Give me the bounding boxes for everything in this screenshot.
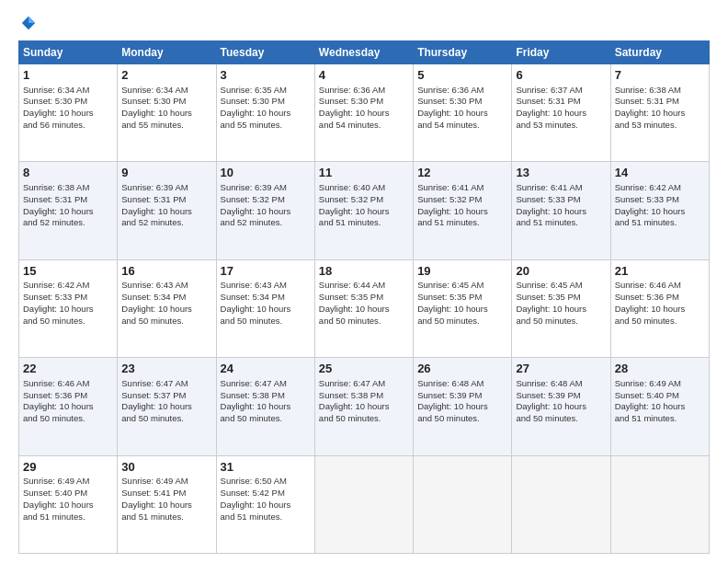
table-row (314, 455, 413, 553)
day-info: Sunrise: 6:43 AM (121, 280, 211, 292)
day-info: Sunrise: 6:48 AM (417, 378, 507, 390)
day-info: Sunset: 5:36 PM (23, 390, 113, 402)
col-monday: Monday (118, 41, 216, 64)
day-info: Daylight: 10 hours (319, 206, 409, 218)
day-info: Sunrise: 6:37 AM (516, 85, 606, 97)
day-info: and 51 minutes. (615, 413, 705, 425)
day-info: Sunrise: 6:36 AM (417, 85, 507, 97)
day-info: and 50 minutes. (417, 413, 507, 425)
day-info: Daylight: 10 hours (23, 500, 113, 511)
col-sunday: Sunday (19, 41, 118, 64)
table-row: 23Sunrise: 6:47 AMSunset: 5:37 PMDayligh… (118, 358, 216, 455)
day-info: Sunrise: 6:47 AM (221, 378, 311, 390)
header (18, 15, 710, 31)
day-info: and 50 minutes. (516, 316, 606, 327)
col-wednesday: Wednesday (314, 41, 413, 64)
day-number: 17 (221, 263, 311, 280)
day-info: Sunrise: 6:46 AM (23, 378, 113, 390)
day-info: Sunset: 5:31 PM (23, 194, 113, 206)
day-info: Sunset: 5:30 PM (23, 96, 113, 108)
day-number: 14 (615, 165, 705, 181)
day-info: and 50 minutes. (221, 316, 311, 327)
table-row: 8Sunrise: 6:38 AMSunset: 5:31 PMDaylight… (19, 162, 118, 259)
day-info: Sunset: 5:33 PM (23, 292, 113, 304)
day-number: 20 (516, 263, 606, 280)
day-info: Sunrise: 6:42 AM (23, 280, 113, 292)
day-number: 31 (221, 459, 311, 476)
day-info: and 50 minutes. (221, 413, 311, 425)
day-info: Daylight: 10 hours (516, 108, 606, 120)
day-info: Sunset: 5:33 PM (615, 194, 705, 206)
day-info: Sunrise: 6:47 AM (319, 378, 409, 390)
day-number: 7 (615, 67, 705, 84)
day-info: Daylight: 10 hours (23, 401, 113, 413)
day-info: Sunrise: 6:47 AM (121, 378, 211, 390)
logo-text (18, 15, 37, 31)
day-info: Sunset: 5:32 PM (319, 194, 409, 206)
day-info: and 51 minutes. (615, 217, 705, 229)
table-row: 10Sunrise: 6:39 AMSunset: 5:32 PMDayligh… (216, 162, 314, 259)
day-number: 10 (221, 165, 311, 181)
day-info: and 55 minutes. (121, 120, 211, 132)
day-number: 12 (417, 165, 507, 181)
day-number: 19 (417, 263, 507, 280)
day-info: Sunrise: 6:38 AM (615, 85, 705, 97)
day-info: Sunrise: 6:45 AM (516, 280, 606, 292)
day-info: Sunrise: 6:38 AM (23, 182, 113, 194)
day-number: 23 (121, 361, 211, 377)
day-info: and 53 minutes. (615, 120, 705, 132)
day-info: Sunrise: 6:42 AM (615, 182, 705, 194)
day-info: and 52 minutes. (221, 217, 311, 229)
day-info: Daylight: 10 hours (615, 304, 705, 316)
day-number: 13 (516, 165, 606, 181)
day-number: 28 (615, 361, 705, 377)
table-row: 18Sunrise: 6:44 AMSunset: 5:35 PMDayligh… (314, 259, 413, 357)
day-info: Sunrise: 6:35 AM (221, 85, 311, 97)
day-info: and 56 minutes. (23, 120, 113, 132)
day-info: Sunset: 5:37 PM (121, 390, 211, 402)
day-info: Sunset: 5:32 PM (417, 194, 507, 206)
day-number: 18 (319, 263, 409, 280)
day-info: Sunrise: 6:36 AM (319, 85, 409, 97)
table-row: 15Sunrise: 6:42 AMSunset: 5:33 PMDayligh… (19, 259, 118, 357)
table-row: 28Sunrise: 6:49 AMSunset: 5:40 PMDayligh… (610, 358, 709, 455)
day-info: Sunrise: 6:41 AM (417, 182, 507, 194)
day-info: and 51 minutes. (121, 511, 211, 523)
day-info: Sunset: 5:30 PM (417, 96, 507, 108)
day-info: Sunset: 5:31 PM (516, 96, 606, 108)
day-info: Sunset: 5:35 PM (417, 292, 507, 304)
day-info: Sunrise: 6:49 AM (23, 476, 113, 488)
day-info: Daylight: 10 hours (121, 500, 211, 511)
day-info: and 50 minutes. (615, 316, 705, 327)
table-row: 9Sunrise: 6:39 AMSunset: 5:31 PMDaylight… (118, 162, 216, 259)
day-info: Sunrise: 6:40 AM (319, 182, 409, 194)
table-row: 26Sunrise: 6:48 AMSunset: 5:39 PMDayligh… (414, 358, 512, 455)
table-row: 25Sunrise: 6:47 AMSunset: 5:38 PMDayligh… (314, 358, 413, 455)
day-info: Sunrise: 6:34 AM (23, 85, 113, 97)
day-info: Sunset: 5:35 PM (516, 292, 606, 304)
day-info: Daylight: 10 hours (23, 304, 113, 316)
logo-icon (20, 15, 37, 31)
col-friday: Friday (512, 41, 610, 64)
day-number: 9 (121, 165, 211, 181)
table-row: 13Sunrise: 6:41 AMSunset: 5:33 PMDayligh… (512, 162, 610, 259)
day-info: Daylight: 10 hours (615, 401, 705, 413)
table-row: 2Sunrise: 6:34 AMSunset: 5:30 PMDaylight… (118, 64, 216, 162)
col-saturday: Saturday (610, 41, 709, 64)
day-info: Sunset: 5:40 PM (23, 488, 113, 500)
day-info: Sunrise: 6:39 AM (221, 182, 311, 194)
table-row: 5Sunrise: 6:36 AMSunset: 5:30 PMDaylight… (414, 64, 512, 162)
day-info: Daylight: 10 hours (615, 206, 705, 218)
col-tuesday: Tuesday (216, 41, 314, 64)
day-info: Daylight: 10 hours (516, 206, 606, 218)
day-number: 5 (417, 67, 507, 84)
table-row: 4Sunrise: 6:36 AMSunset: 5:30 PMDaylight… (314, 64, 413, 162)
day-info: Daylight: 10 hours (23, 108, 113, 120)
col-thursday: Thursday (414, 41, 512, 64)
day-number: 4 (319, 67, 409, 84)
day-number: 22 (23, 361, 113, 377)
day-info: Sunset: 5:30 PM (319, 96, 409, 108)
day-number: 25 (319, 361, 409, 377)
day-number: 27 (516, 361, 606, 377)
day-info: and 50 minutes. (319, 316, 409, 327)
